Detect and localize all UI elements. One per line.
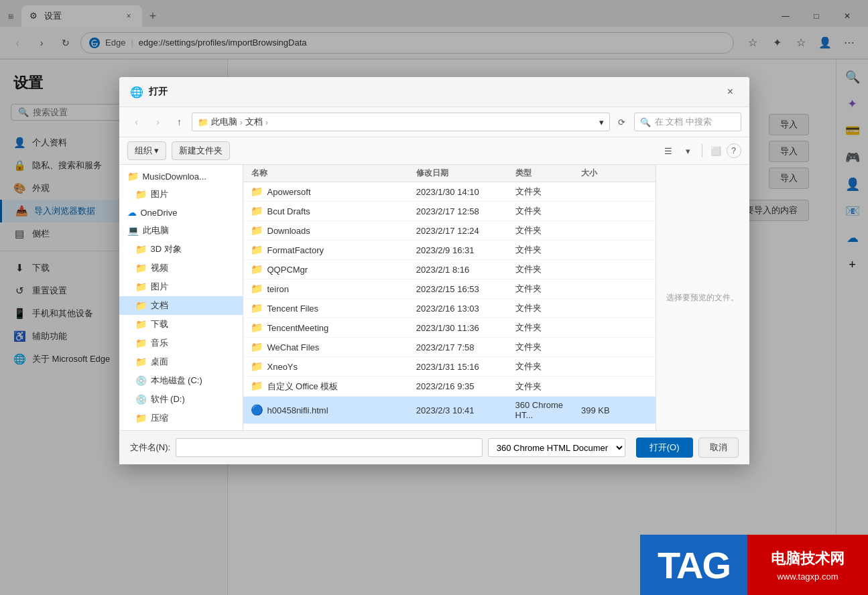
folder-icon: 📁 [127,171,139,182]
breadcrumb-sep-1: › [240,117,243,127]
breadcrumb-computer: 📁 [198,117,208,127]
dialog-action-bar: 组织 ▾ 新建文件夹 ☰ ▾ ⬜ ? [119,137,749,165]
cancel-button[interactable]: 取消 [698,438,739,458]
folder-icon: 📁 [135,338,147,348]
tree-item-music[interactable]: 📁 音乐 [119,334,243,352]
dialog-titlebar: 🌐 打开 × [119,77,749,107]
tree-item-pictures[interactable]: 📁 图片 [119,185,243,204]
breadcrumb-dropdown-icon[interactable]: ▾ [599,117,604,127]
col-name[interactable]: 名称 [251,168,416,179]
tree-item-label: 压缩 [151,412,168,424]
tree-item-label: 3D 对象 [151,243,182,255]
drive-icon: 💿 [135,394,147,405]
tree-item-this-pc[interactable]: 💻 此电脑 [119,221,243,240]
dialog-back-button[interactable]: ‹ [127,113,146,131]
folder-icon: 📁 [251,186,263,198]
folder-icon: 📁 [135,189,147,200]
view-pane-button[interactable]: ⬜ [706,141,725,160]
folder-icon: 📁 [135,263,147,273]
tree-item-downloads[interactable]: 📁 下载 [119,315,243,334]
view-details-button[interactable]: ☰ [659,141,678,160]
search-icon: 🔍 [640,117,651,127]
table-row[interactable]: 📁TencentMeeting 2023/1/30 11:36 文件夹 [243,318,656,338]
dialog-up-button[interactable]: ↑ [170,113,189,131]
folder-icon: 📁 [135,413,147,423]
dialog-body: 📁 MusicDownloa... 📁 图片 ☁ OneDrive 💻 此电脑 … [119,165,749,430]
tree-item-label: 桌面 [151,356,168,368]
view-toggle: ☰ ▾ ⬜ ? [659,141,741,160]
col-type[interactable]: 类型 [515,168,582,179]
tree-item-images[interactable]: 📁 图片 [119,277,243,296]
tree-item-musicdownload[interactable]: 📁 MusicDownloa... [119,168,243,185]
new-folder-label: 新建文件夹 [179,145,223,157]
table-row[interactable]: 📁FormatFactory 2023/2/9 16:31 文件夹 [243,241,656,260]
dialog-file-list: 名称 修改日期 类型 大小 📁Apowersoft 2023/1/30 14:1… [243,165,656,430]
table-row[interactable]: 📁Bcut Drafts 2023/2/17 12:58 文件夹 [243,202,656,221]
html-file-icon: 🔵 [251,404,263,416]
computer-icon: 💻 [127,225,139,236]
col-size[interactable]: 大小 [581,168,647,179]
dialog-forward-button[interactable]: › [149,113,168,131]
tree-item-label: 此电脑 [143,224,169,237]
filename-input[interactable] [176,438,483,457]
organize-button[interactable]: 组织 ▾ [127,141,167,160]
folder-icon: 📁 [251,224,263,237]
watermark-url: www.tagxp.com [777,572,838,582]
folder-icon: 📁 [251,244,263,256]
tree-item-video[interactable]: 📁 视频 [119,259,243,277]
folder-icon: 📁 [135,281,147,292]
table-row[interactable]: 📁QQPCMgr 2023/2/1 8:16 文件夹 [243,260,656,279]
tree-item-drive-d[interactable]: 💿 软件 (D:) [119,390,243,409]
table-row[interactable]: 📁Tencent Files 2023/2/16 13:03 文件夹 [243,299,656,318]
folder-icon: 📁 [251,263,263,275]
tree-item-label: 下载 [151,318,168,330]
breadcrumb-this-pc: 此电脑 [211,116,237,128]
dialog-title: 🌐 打开 [130,86,723,98]
table-row[interactable]: 📁Apowersoft 2023/1/30 14:10 文件夹 [243,182,656,202]
onedrive-icon: ☁ [127,207,137,218]
breadcrumb-bar[interactable]: 📁 此电脑 › 文档 › ▾ [192,113,610,131]
dialog-refresh-button[interactable]: ⟳ [613,113,631,131]
tree-item-desktop[interactable]: 📁 桌面 [119,352,243,371]
search-placeholder: 在 文档 中搜索 [655,116,712,128]
footer-buttons: 打开(O) 取消 [636,438,739,458]
tree-item-label: 软件 (D:) [151,393,185,405]
tree-item-drive-c[interactable]: 💿 本地磁盘 (C:) [119,371,243,390]
open-button[interactable]: 打开(O) [636,438,693,458]
dialog-overlay: 🌐 打开 × ‹ › ↑ 📁 此电脑 › 文档 › ▾ ⟳ 🔍 在 文档 中搜索 [0,0,868,595]
table-row[interactable]: 📁WeChat Files 2023/2/17 7:58 文件夹 [243,338,656,357]
table-row[interactable]: 📁自定义 Office 模板 2023/2/16 9:35 文件夹 [243,377,656,397]
tree-item-3d[interactable]: 📁 3D 对象 [119,240,243,259]
col-date[interactable]: 修改日期 [416,168,515,179]
folder-icon: 📁 [251,283,263,295]
table-row[interactable]: 🔵h00458nifli.html 2023/2/3 10:41 360 Chr… [243,397,656,424]
watermark: TAG 电脑技术网 www.tagxp.com [640,535,868,595]
new-folder-button[interactable]: 新建文件夹 [172,141,230,160]
folder-icon: 📁 [251,205,263,217]
table-row[interactable]: 📁Downloads 2023/2/17 12:24 文件夹 [243,221,656,241]
organize-label: 组织 ▾ [135,145,160,157]
tree-item-documents[interactable]: 📁 文档 [119,296,243,315]
help-button[interactable]: ? [727,143,741,158]
folder-icon: 📁 [135,356,147,367]
tree-item-archive[interactable]: 📁 压缩 [119,409,243,427]
view-dropdown-button[interactable]: ▾ [679,141,698,160]
tree-item-onedrive[interactable]: ☁ OneDrive [119,204,243,221]
folder-icon: 📁 [251,380,263,392]
preview-text: 选择要预览的文件。 [666,292,739,304]
folder-icon: 📁 [135,300,147,311]
tree-item-label: 音乐 [151,337,168,349]
files-header[interactable]: 名称 修改日期 类型 大小 [243,165,656,182]
folder-icon: 📁 [251,360,263,373]
table-row[interactable]: 📁XneoYs 2023/1/31 15:16 文件夹 [243,357,656,377]
view-divider [702,144,702,157]
tree-item-label: OneDrive [141,208,178,218]
dialog-close-button[interactable]: × [723,84,739,100]
table-row[interactable]: 📁teiron 2023/2/15 16:53 文件夹 [243,279,656,299]
tree-item-label: MusicDownloa... [143,172,206,182]
dialog-search[interactable]: 🔍 在 文档 中搜索 [634,113,741,131]
filetype-select[interactable]: 360 Chrome HTML Documer [488,438,625,457]
tree-item-label: 本地磁盘 (C:) [151,375,202,387]
tree-item-label: 文档 [151,300,168,312]
breadcrumb-docs: 文档 [245,116,263,128]
